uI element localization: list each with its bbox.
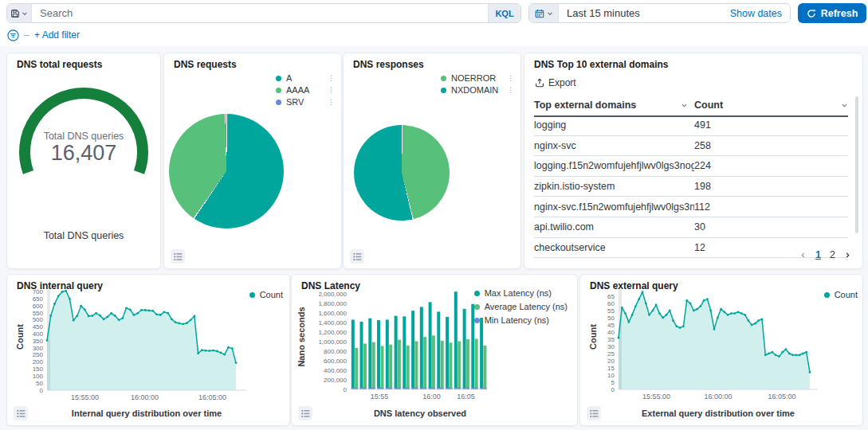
domain-cell: logging.f15n2womfujehfjlwv0lgs3nog.... — [534, 160, 694, 171]
svg-text:40: 40 — [607, 329, 615, 336]
sort-chevron-icon — [841, 102, 848, 109]
legend-label: SRV — [286, 98, 304, 107]
export-button[interactable]: Export — [535, 77, 576, 88]
list-icon — [353, 252, 362, 261]
save-icon — [10, 9, 20, 18]
svg-text:400: 400 — [33, 330, 44, 338]
svg-text:15:55:00: 15:55:00 — [71, 393, 99, 401]
count-cell: 224 — [694, 160, 848, 171]
table-scrollbar[interactable] — [855, 96, 858, 233]
table-header: Top external domains Count — [534, 95, 848, 117]
previous-page-icon[interactable] — [799, 252, 807, 259]
search-input[interactable] — [32, 4, 488, 22]
svg-text:16:00:00: 16:00:00 — [704, 393, 732, 401]
panel-dns-external-query: DNS external query Count Count 051015202… — [579, 274, 863, 426]
panel-title: DNS responses — [353, 59, 424, 70]
legend-actions-icon[interactable]: ⋮ — [507, 87, 514, 94]
legend-item[interactable]: SRV⋮ — [276, 98, 335, 107]
column-header-domains[interactable]: Top external domains — [534, 100, 694, 111]
panel-dns-total-requests: DNS total requests Total DNS queries 16,… — [6, 53, 161, 269]
date-picker: Last 15 minutes Show dates — [528, 3, 791, 23]
legend-color-dot — [276, 88, 281, 93]
chevron-down-icon — [22, 10, 28, 17]
gauge-label: Total DNS queries — [7, 131, 160, 142]
legend-color-dot — [441, 88, 446, 93]
domain-cell: nginx-svc — [534, 140, 694, 151]
legend-label: A — [286, 74, 292, 83]
svg-text:45: 45 — [607, 322, 615, 329]
svg-text:150: 150 — [33, 366, 44, 373]
svg-text:700: 700 — [33, 288, 44, 295]
legend-label: NXDOMAIN — [451, 86, 498, 95]
legend-item[interactable]: A⋮ — [276, 74, 335, 83]
svg-text:2,000,000: 2,000,000 — [318, 291, 347, 298]
svg-text:0: 0 — [344, 386, 348, 393]
x-axis-title: Internal query distribution over time — [7, 408, 286, 418]
external-query-area-chart[interactable]: 0510152025303540455055606515:55:0016:00:… — [580, 275, 862, 425]
show-dates-button[interactable]: Show dates — [730, 4, 790, 22]
refresh-icon — [807, 9, 816, 18]
date-quick-select-button[interactable] — [529, 4, 559, 22]
svg-text:250: 250 — [33, 351, 44, 358]
legend-actions-icon[interactable]: ⋮ — [507, 75, 514, 82]
legend-toggle-button[interactable] — [298, 406, 312, 420]
svg-text:1,000,000: 1,000,000 — [318, 338, 347, 346]
legend: NOERROR⋮NXDOMAIN⋮ — [441, 74, 514, 95]
legend-toggle-button[interactable] — [171, 249, 185, 264]
legend-item[interactable]: NOERROR⋮ — [441, 74, 514, 83]
svg-text:400,000: 400,000 — [324, 367, 347, 374]
svg-text:100: 100 — [33, 373, 44, 380]
legend-item[interactable]: AAAA⋮ — [276, 86, 335, 95]
filter-menu-icon[interactable] — [7, 29, 19, 41]
svg-text:35: 35 — [607, 336, 615, 343]
list-icon — [17, 409, 26, 418]
svg-text:30: 30 — [607, 343, 615, 350]
page-number-2[interactable]: 2 — [830, 249, 835, 260]
legend-actions-icon[interactable]: ⋮ — [328, 75, 335, 82]
filter-divider — [24, 35, 29, 36]
legend-actions-icon[interactable]: ⋮ — [328, 99, 335, 106]
table-pagination: 12 — [799, 249, 851, 260]
gauge-bottom-label: Total DNS queries — [7, 230, 160, 241]
legend-item[interactable]: NXDOMAIN⋮ — [441, 86, 514, 95]
count-cell: 491 — [694, 119, 848, 131]
legend-toggle-button[interactable] — [14, 406, 28, 420]
legend-toggle-button[interactable] — [587, 406, 601, 420]
search-box: KQL — [6, 3, 521, 23]
panel-dns-requests: DNS requests A⋮AAAA⋮SRV⋮ — [163, 53, 342, 269]
domain-cell: logging — [534, 119, 694, 131]
legend-toggle-button[interactable] — [350, 249, 364, 264]
calendar-icon — [535, 9, 544, 18]
time-range-value[interactable]: Last 15 minutes — [559, 4, 730, 22]
svg-text:15: 15 — [607, 365, 615, 372]
panel-dns-responses: DNS responses NOERROR⋮NXDOMAIN⋮ — [343, 53, 521, 269]
saved-query-menu-button[interactable] — [7, 4, 32, 22]
refresh-button[interactable]: Refresh — [798, 3, 866, 23]
internal-query-area-chart[interactable]: 0501001502002503003504004505005506006507… — [7, 275, 289, 425]
chevron-down-icon — [547, 10, 553, 17]
svg-text:15:55: 15:55 — [371, 393, 389, 401]
dns-requests-pie-chart[interactable] — [169, 114, 284, 229]
svg-text:1,200,000: 1,200,000 — [318, 329, 347, 336]
dns-responses-pie-chart[interactable] — [354, 125, 450, 221]
next-page-icon[interactable] — [844, 252, 851, 259]
panel-dns-latency: DNS Latency Max Latency (ns)Average Late… — [291, 274, 578, 426]
domain-cell: api.twilio.com — [534, 221, 694, 233]
svg-text:450: 450 — [33, 323, 44, 330]
sort-chevron-icon — [681, 102, 688, 109]
kql-language-button[interactable]: KQL — [488, 4, 520, 22]
add-filter-button[interactable]: + Add filter — [34, 29, 80, 41]
svg-text:650: 650 — [33, 295, 44, 303]
column-header-count[interactable]: Count — [694, 100, 848, 111]
legend-actions-icon[interactable]: ⋮ — [328, 87, 335, 94]
kibana-dashboard: KQL Last 15 minutes Show dates — [0, 0, 868, 430]
page-number-1[interactable]: 1 — [815, 249, 821, 260]
svg-text:16:05:00: 16:05:00 — [198, 393, 226, 401]
panel-dns-internal-query: DNS internal query Count Count 050100150… — [6, 274, 290, 426]
table-row: nginx-svc258 — [534, 136, 848, 157]
latency-bar-chart[interactable]: 0200,000400,000600,000800,0001,000,0001,… — [292, 275, 577, 425]
svg-text:16:00:00: 16:00:00 — [131, 393, 159, 401]
legend-color-dot — [276, 100, 281, 105]
svg-text:0: 0 — [611, 386, 615, 393]
svg-text:200,000: 200,000 — [324, 377, 347, 384]
